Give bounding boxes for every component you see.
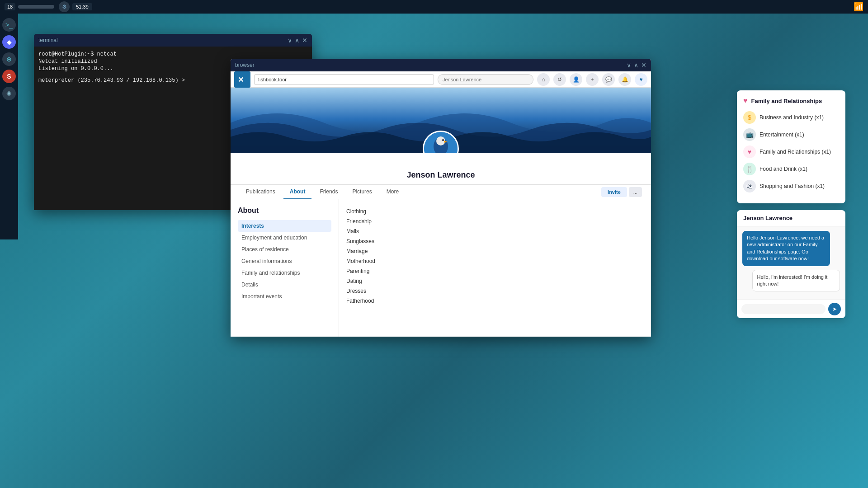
taskbar-bar bbox=[18, 5, 54, 9]
browser-maximize-icon[interactable]: ∧ bbox=[634, 61, 638, 69]
sidebar-label-shopping: Shopping and Fashion (x1) bbox=[760, 183, 825, 189]
terminal-close-icon[interactable]: ✕ bbox=[302, 37, 307, 44]
about-left-panel: About Interests Employment and education… bbox=[231, 199, 339, 337]
tab-friends[interactable]: Friends bbox=[313, 185, 344, 199]
sidebar-categories-panel: ♥ Family and Relationships $ Business an… bbox=[737, 90, 845, 203]
chat-panel: Jenson Lawrence Hello Jenson Lawrence, w… bbox=[737, 210, 845, 318]
dock-alien[interactable]: ✺ bbox=[2, 87, 16, 100]
about-menu-family[interactable]: Family and relationships bbox=[238, 267, 331, 279]
plus-nav-btn[interactable]: ＋ bbox=[586, 73, 599, 86]
interest-dresses: Dresses bbox=[346, 286, 643, 296]
interest-fatherhood: Fatherhood bbox=[346, 296, 643, 306]
taskbar-number: 18 bbox=[5, 3, 15, 10]
profile-name: Jenson Lawrence bbox=[231, 170, 651, 180]
tv-icon: 📺 bbox=[743, 128, 756, 141]
chat-input-field[interactable] bbox=[741, 304, 826, 314]
heart-sidebar-icon: ♥ bbox=[743, 97, 748, 105]
taskbar-right: 📶 bbox=[854, 2, 863, 12]
terminal-title: terminal bbox=[38, 37, 58, 43]
sidebar-item-shopping: 🛍 Shopping and Fashion (x1) bbox=[743, 180, 839, 192]
url-bar[interactable] bbox=[254, 74, 434, 85]
browser-window: browser ∨ ∧ ✕ ✕ ⌂ ↺ 👤 ＋ 💬 🔔 ♥ bbox=[231, 59, 651, 337]
tab-publications[interactable]: Publications bbox=[240, 185, 282, 199]
browser-navbar: ✕ ⌂ ↺ 👤 ＋ 💬 🔔 ♥ bbox=[231, 71, 651, 88]
svg-point-5 bbox=[442, 139, 444, 141]
taskbar-hotplugin-icon[interactable]: ⚙ bbox=[59, 1, 70, 12]
wifi-icon: 📶 bbox=[854, 2, 863, 12]
terminal-minimize-icon[interactable]: ∨ bbox=[288, 37, 292, 44]
food-icon: 🍴 bbox=[743, 163, 756, 175]
tab-about[interactable]: About bbox=[283, 185, 312, 199]
heart-item-icon: ♥ bbox=[743, 145, 756, 158]
interest-parenting: Parenting bbox=[346, 266, 643, 276]
interest-sunglasses: Sunglasses bbox=[346, 236, 643, 246]
dock-terminal[interactable]: >_ bbox=[2, 18, 16, 32]
back-nav-btn[interactable]: ↺ bbox=[553, 73, 566, 86]
chat-messages: Hello Jenson Lawrence, we need a new adm… bbox=[737, 226, 845, 300]
browser-titlebar: browser ∨ ∧ ✕ bbox=[231, 59, 651, 71]
interest-marriage: Marriage bbox=[346, 246, 643, 256]
browser-close-icon[interactable]: ✕ bbox=[641, 61, 646, 69]
about-title: About bbox=[238, 206, 331, 215]
interest-malls: Malls bbox=[346, 226, 643, 236]
sidebar-label-family: Family and Relationships (x1) bbox=[760, 149, 831, 155]
about-menu-details[interactable]: Details bbox=[238, 279, 331, 291]
svg-text:✕: ✕ bbox=[238, 76, 244, 84]
invite-button[interactable]: Invite bbox=[601, 187, 627, 197]
search-bar[interactable] bbox=[438, 74, 533, 85]
chat-outgoing-bubble: Hello, I'm interested! I'm doing it righ… bbox=[752, 270, 840, 292]
terminal-titlebar: terminal ∨ ∧ ✕ bbox=[34, 34, 312, 47]
sidebar-header-title: Family and Relationships bbox=[751, 98, 822, 104]
sidebar-item-food: 🍴 Food and Drink (x1) bbox=[743, 163, 839, 175]
chat-header: Jenson Lawrence bbox=[737, 210, 845, 226]
interest-friendship: Friendship bbox=[346, 216, 643, 226]
dock-globe[interactable]: ⊕ bbox=[2, 52, 16, 66]
left-dock: >_ ◆ ⊕ S ✺ bbox=[0, 14, 18, 239]
fishbook-logo: ✕ bbox=[234, 71, 250, 88]
taskbar: 18 ⚙ 51:39 📶 bbox=[0, 0, 868, 14]
dock-discord[interactable]: ◆ bbox=[2, 35, 16, 49]
terminal-line-1: root@HotPlugin:~$ netcat bbox=[38, 51, 307, 57]
sidebar-panel-header: ♥ Family and Relationships bbox=[743, 97, 839, 105]
about-menu-employment[interactable]: Employment and education bbox=[238, 232, 331, 244]
sidebar-item-business: $ Business and Industry (x1) bbox=[743, 111, 839, 124]
about-menu-places[interactable]: Places of residence bbox=[238, 244, 331, 255]
about-menu-events[interactable]: Important events bbox=[238, 291, 331, 302]
browser-minimize-icon[interactable]: ∨ bbox=[627, 61, 631, 69]
dollar-icon: $ bbox=[743, 111, 756, 124]
terminal-maximize-icon[interactable]: ∧ bbox=[295, 37, 299, 44]
chat-incoming-bubble: Hello Jenson Lawrence, we need a new adm… bbox=[742, 231, 830, 266]
content-area: About Interests Employment and education… bbox=[231, 199, 651, 337]
dots-button[interactable]: ... bbox=[629, 187, 642, 197]
shop-icon: 🛍 bbox=[743, 180, 756, 192]
tab-pictures[interactable]: Pictures bbox=[346, 185, 378, 199]
interest-clothing: Clothing bbox=[346, 206, 643, 216]
profile-avatar bbox=[423, 131, 459, 153]
sidebar-label-food: Food and Drink (x1) bbox=[760, 166, 807, 172]
profile-cover bbox=[231, 88, 651, 153]
home-nav-btn[interactable]: ⌂ bbox=[537, 73, 550, 86]
profile-avatar-container bbox=[423, 131, 459, 153]
about-menu-general[interactable]: General informations bbox=[238, 255, 331, 267]
about-menu-interests[interactable]: Interests bbox=[238, 220, 331, 232]
browser-title: browser bbox=[235, 62, 255, 68]
chat-send-button[interactable]: ➤ bbox=[828, 303, 841, 315]
browser-controls: ∨ ∧ ✕ bbox=[627, 61, 646, 69]
profile-tabs: Publications About Friends Pictures More… bbox=[231, 184, 651, 199]
sidebar-item-entertainment: 📺 Entertainment (x1) bbox=[743, 128, 839, 141]
sidebar-item-family: ♥ Family and Relationships (x1) bbox=[743, 145, 839, 158]
notif-nav-btn[interactable]: 🔔 bbox=[618, 73, 631, 86]
interest-motherhood: Motherhood bbox=[346, 256, 643, 266]
sidebar-label-entertainment: Entertainment (x1) bbox=[760, 131, 804, 138]
sidebar-label-business: Business and Industry (x1) bbox=[760, 114, 824, 121]
tab-more[interactable]: More bbox=[380, 185, 405, 199]
terminal-controls: ∨ ∧ ✕ bbox=[288, 37, 307, 44]
chat-input-area: ➤ bbox=[737, 300, 845, 318]
heart-nav-btn[interactable]: ♥ bbox=[635, 73, 647, 86]
chat-nav-btn[interactable]: 💬 bbox=[602, 73, 615, 86]
taskbar-time: 51:39 bbox=[72, 3, 92, 10]
dock-red[interactable]: S bbox=[2, 70, 16, 83]
about-content-panel: Clothing Friendship Malls Sunglasses Mar… bbox=[339, 199, 651, 337]
user-nav-btn[interactable]: 👤 bbox=[570, 73, 582, 86]
profile-info: Jenson Lawrence bbox=[231, 153, 651, 184]
